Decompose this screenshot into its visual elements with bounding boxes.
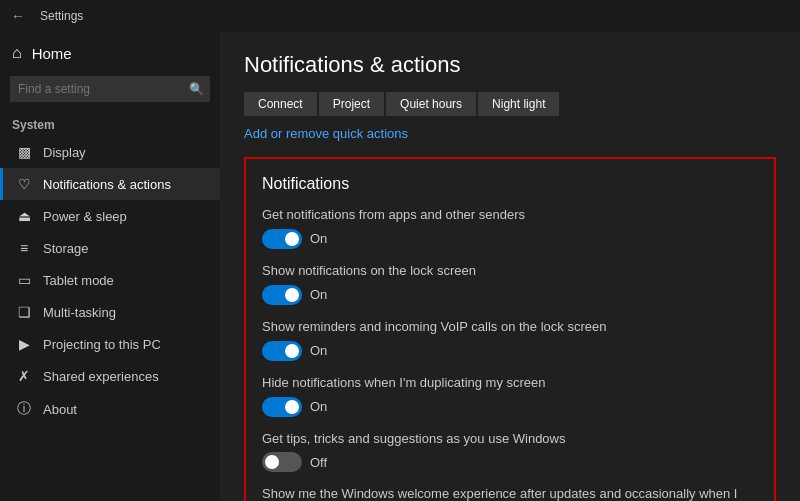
- setting-label-5: Show me the Windows welcome experience a…: [262, 486, 758, 501]
- search-box[interactable]: 🔍: [10, 76, 210, 102]
- tab-project[interactable]: Project: [319, 92, 384, 116]
- sidebar-item-shared[interactable]: ✗ Shared experiences: [0, 360, 220, 392]
- power-icon: ⏏: [15, 208, 33, 224]
- home-label: Home: [32, 45, 72, 62]
- tab-quiet-hours[interactable]: Quiet hours: [386, 92, 476, 116]
- toggle-0[interactable]: [262, 229, 302, 249]
- quick-action-tabs: Connect Project Quiet hours Night light: [244, 92, 776, 116]
- sidebar-item-notifications-label: Notifications & actions: [43, 177, 171, 192]
- setting-row-3: Hide notifications when I'm duplicating …: [262, 375, 758, 417]
- toggle-3[interactable]: [262, 397, 302, 417]
- toggle-track-1: [262, 285, 302, 305]
- toggle-label-1: On: [310, 287, 327, 302]
- sidebar-item-multitasking-label: Multi-tasking: [43, 305, 116, 320]
- sidebar-item-projecting[interactable]: ▶ Projecting to this PC: [0, 328, 220, 360]
- notifications-section-title: Notifications: [262, 175, 758, 193]
- sidebar-item-shared-label: Shared experiences: [43, 369, 159, 384]
- title-bar-label: Settings: [40, 9, 83, 23]
- toggle-thumb-3: [285, 400, 299, 414]
- search-icon: 🔍: [189, 82, 204, 96]
- toggle-label-3: On: [310, 399, 327, 414]
- title-bar: ← Settings: [0, 0, 800, 32]
- toggle-thumb-1: [285, 288, 299, 302]
- toggle-row-0: On: [262, 229, 758, 249]
- sidebar-item-power-label: Power & sleep: [43, 209, 127, 224]
- setting-label-4: Get tips, tricks and suggestions as you …: [262, 431, 758, 448]
- setting-row-2: Show reminders and incoming VoIP calls o…: [262, 319, 758, 361]
- sidebar: ⌂ Home 🔍 System ▩ Display ♡ Notification…: [0, 32, 220, 501]
- setting-row-4: Get tips, tricks and suggestions as you …: [262, 431, 758, 473]
- tab-night-light[interactable]: Night light: [478, 92, 559, 116]
- sidebar-item-power[interactable]: ⏏ Power & sleep: [0, 200, 220, 232]
- sidebar-item-about[interactable]: ⓘ About: [0, 392, 220, 426]
- sidebar-item-storage-label: Storage: [43, 241, 89, 256]
- toggle-1[interactable]: [262, 285, 302, 305]
- sidebar-item-notifications[interactable]: ♡ Notifications & actions: [0, 168, 220, 200]
- toggle-row-1: On: [262, 285, 758, 305]
- sidebar-item-projecting-label: Projecting to this PC: [43, 337, 161, 352]
- sidebar-item-tablet[interactable]: ▭ Tablet mode: [0, 264, 220, 296]
- tab-connect[interactable]: Connect: [244, 92, 317, 116]
- content-area: Notifications & actions Connect Project …: [220, 32, 800, 501]
- setting-row-1: Show notifications on the lock screen On: [262, 263, 758, 305]
- setting-label-1: Show notifications on the lock screen: [262, 263, 758, 280]
- setting-row-5: Show me the Windows welcome experience a…: [262, 486, 758, 501]
- search-input[interactable]: [10, 76, 210, 102]
- storage-icon: ≡: [15, 240, 33, 256]
- toggle-label-4: Off: [310, 455, 327, 470]
- toggle-4[interactable]: [262, 452, 302, 472]
- back-button[interactable]: ←: [8, 8, 28, 24]
- toggle-thumb-2: [285, 344, 299, 358]
- notifications-icon: ♡: [15, 176, 33, 192]
- toggle-thumb-0: [285, 232, 299, 246]
- toggle-track-2: [262, 341, 302, 361]
- about-icon: ⓘ: [15, 400, 33, 418]
- page-title: Notifications & actions: [244, 52, 776, 78]
- setting-row-0: Get notifications from apps and other se…: [262, 207, 758, 249]
- sidebar-item-about-label: About: [43, 402, 77, 417]
- setting-label-0: Get notifications from apps and other se…: [262, 207, 758, 224]
- sidebar-home-button[interactable]: ⌂ Home: [0, 36, 220, 70]
- notifications-panel: Notifications Get notifications from app…: [244, 157, 776, 501]
- toggle-2[interactable]: [262, 341, 302, 361]
- toggle-label-0: On: [310, 231, 327, 246]
- sidebar-item-tablet-label: Tablet mode: [43, 273, 114, 288]
- add-remove-quick-actions-link[interactable]: Add or remove quick actions: [244, 126, 408, 141]
- toggle-track-3: [262, 397, 302, 417]
- toggle-label-2: On: [310, 343, 327, 358]
- toggle-thumb-4: [265, 455, 279, 469]
- toggle-row-3: On: [262, 397, 758, 417]
- toggle-row-2: On: [262, 341, 758, 361]
- home-icon: ⌂: [12, 44, 22, 62]
- sidebar-item-multitasking[interactable]: ❏ Multi-tasking: [0, 296, 220, 328]
- projecting-icon: ▶: [15, 336, 33, 352]
- setting-label-3: Hide notifications when I'm duplicating …: [262, 375, 758, 392]
- sidebar-item-display-label: Display: [43, 145, 86, 160]
- setting-label-2: Show reminders and incoming VoIP calls o…: [262, 319, 758, 336]
- toggle-row-4: Off: [262, 452, 758, 472]
- display-icon: ▩: [15, 144, 33, 160]
- toggle-track-4: [262, 452, 302, 472]
- multitasking-icon: ❏: [15, 304, 33, 320]
- app-body: ⌂ Home 🔍 System ▩ Display ♡ Notification…: [0, 32, 800, 501]
- sidebar-item-storage[interactable]: ≡ Storage: [0, 232, 220, 264]
- sidebar-item-display[interactable]: ▩ Display: [0, 136, 220, 168]
- shared-icon: ✗: [15, 368, 33, 384]
- sidebar-section-label: System: [0, 112, 220, 136]
- toggle-track-0: [262, 229, 302, 249]
- tablet-icon: ▭: [15, 272, 33, 288]
